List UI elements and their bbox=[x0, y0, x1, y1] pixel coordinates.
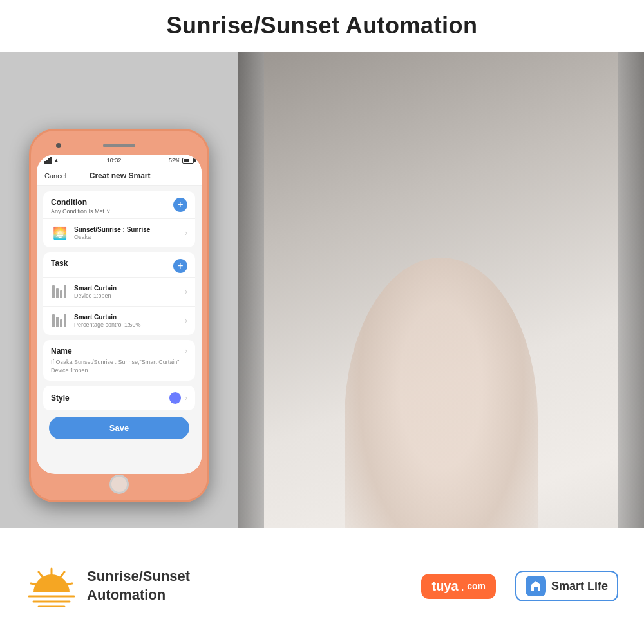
style-label: Style bbox=[51, 393, 70, 402]
brand-logos: tuya . com Smart Life bbox=[421, 571, 618, 601]
phone-bottom bbox=[37, 474, 202, 495]
add-task-button[interactable]: + bbox=[173, 259, 187, 273]
save-button[interactable]: Save bbox=[49, 417, 189, 439]
style-chevron-icon: › bbox=[185, 393, 187, 402]
curtain-icon-2 bbox=[51, 312, 69, 330]
tuya-label: tuya bbox=[431, 579, 458, 594]
name-chevron-icon: › bbox=[185, 346, 187, 355]
status-right: 52% bbox=[169, 157, 194, 164]
curtain-right bbox=[618, 52, 644, 580]
app-content: Condition Any Condition Is Met ∨ + 🌅 Sun… bbox=[37, 186, 202, 473]
task-item-2[interactable]: Smart Curtain Percentage control 1:50% › bbox=[43, 306, 195, 335]
tuya-dot: . bbox=[461, 579, 465, 594]
task-item-2-subtitle: Percentage control 1:50% bbox=[74, 321, 185, 328]
task-section: Task + bbox=[43, 252, 195, 335]
condition-chevron-icon: › bbox=[185, 229, 187, 238]
bedroom-photo bbox=[238, 52, 644, 580]
curtain-icon-1 bbox=[51, 283, 69, 301]
nav-title: Creat new Smart bbox=[66, 171, 173, 180]
task-item-2-text: Smart Curtain Percentage control 1:50% bbox=[74, 314, 185, 328]
smart-life-icon bbox=[526, 576, 546, 596]
phone-camera bbox=[56, 143, 61, 148]
left-side: ▲ 10:32 52% Cancel Creat new Smart bbox=[0, 52, 238, 580]
task-item-1[interactable]: Smart Curtain Device 1:open › bbox=[43, 277, 195, 306]
task-item-1-text: Smart Curtain Device 1:open bbox=[74, 285, 185, 299]
add-condition-button[interactable]: + bbox=[173, 198, 187, 212]
condition-item-title: Sunset/Sunrise : Sunrise bbox=[74, 226, 185, 233]
curtain-left bbox=[238, 52, 264, 580]
status-left: ▲ bbox=[44, 157, 59, 164]
condition-title: Condition bbox=[51, 198, 111, 207]
style-field[interactable]: Style › bbox=[43, 386, 195, 410]
condition-header: Condition Any Condition Is Met ∨ + bbox=[43, 191, 195, 218]
condition-item-subtitle: Osaka bbox=[74, 234, 185, 240]
footer-title-line2: Automation bbox=[87, 587, 166, 603]
phone-screen: ▲ 10:32 52% Cancel Creat new Smart bbox=[37, 155, 202, 474]
wifi-icon: ▲ bbox=[53, 157, 59, 164]
tuya-badge: tuya . com bbox=[421, 574, 495, 599]
condition-subtitle: Any Condition Is Met ∨ bbox=[51, 208, 111, 214]
condition-item-text: Sunset/Sunrise : Sunrise Osaka bbox=[74, 226, 185, 240]
footer-title-line1: Sunrise/Sunset bbox=[87, 568, 190, 584]
battery-percent: 52% bbox=[169, 157, 180, 164]
status-time: 10:32 bbox=[107, 157, 122, 164]
task-1-chevron-icon: › bbox=[185, 287, 187, 296]
condition-section: Condition Any Condition Is Met ∨ + 🌅 Sun… bbox=[43, 191, 195, 247]
battery-icon bbox=[182, 158, 194, 164]
task-item-2-title: Smart Curtain bbox=[74, 314, 185, 321]
svg-line-3 bbox=[39, 572, 43, 577]
name-field-content: Name If Osaka Sunset/Sunrise : Sunrise,"… bbox=[51, 346, 185, 374]
battery-fill bbox=[184, 159, 189, 162]
signal-bars bbox=[44, 157, 52, 164]
name-field[interactable]: Name If Osaka Sunset/Sunrise : Sunrise,"… bbox=[43, 340, 195, 381]
page-title: Sunrise/Sunset Automation bbox=[166, 12, 477, 39]
tuya-com: com bbox=[467, 581, 486, 591]
sunrise-icon: 🌅 bbox=[51, 224, 69, 242]
phone-top bbox=[37, 137, 202, 155]
condition-item[interactable]: 🌅 Sunset/Sunrise : Sunrise Osaka › bbox=[43, 218, 195, 247]
task-2-chevron-icon: › bbox=[185, 316, 187, 325]
status-bar: ▲ 10:32 52% bbox=[37, 155, 202, 166]
main-content: ▲ 10:32 52% Cancel Creat new Smart bbox=[0, 52, 644, 580]
name-value: If Osaka Sunset/Sunrise : Sunrise,"Smart… bbox=[51, 358, 185, 374]
smart-life-badge: Smart Life bbox=[515, 571, 618, 601]
svg-line-1 bbox=[61, 572, 64, 577]
cancel-button[interactable]: Cancel bbox=[44, 172, 66, 180]
sunrise-logo-area: Sunrise/Sunset Automation bbox=[26, 565, 190, 607]
task-item-1-title: Smart Curtain bbox=[74, 285, 185, 292]
style-right: › bbox=[169, 392, 187, 404]
task-title: Task bbox=[51, 259, 68, 268]
condition-title-area: Condition Any Condition Is Met ∨ bbox=[51, 198, 111, 214]
name-label: Name bbox=[51, 346, 185, 355]
task-header: Task + bbox=[43, 252, 195, 277]
sunrise-graphic bbox=[26, 565, 77, 607]
nav-bar: Cancel Creat new Smart bbox=[37, 166, 202, 186]
phone-frame: ▲ 10:32 52% Cancel Creat new Smart bbox=[29, 129, 209, 502]
phone-speaker bbox=[103, 144, 135, 147]
footer-text: Sunrise/Sunset Automation bbox=[87, 567, 190, 604]
top-banner: Sunrise/Sunset Automation bbox=[0, 0, 644, 52]
home-button[interactable] bbox=[109, 475, 129, 494]
task-item-1-subtitle: Device 1:open bbox=[74, 292, 185, 299]
smart-life-label: Smart Life bbox=[551, 580, 608, 593]
bottom-footer: Sunrise/Sunset Automation tuya . com Sma… bbox=[0, 528, 644, 644]
style-color-circle bbox=[169, 392, 181, 404]
